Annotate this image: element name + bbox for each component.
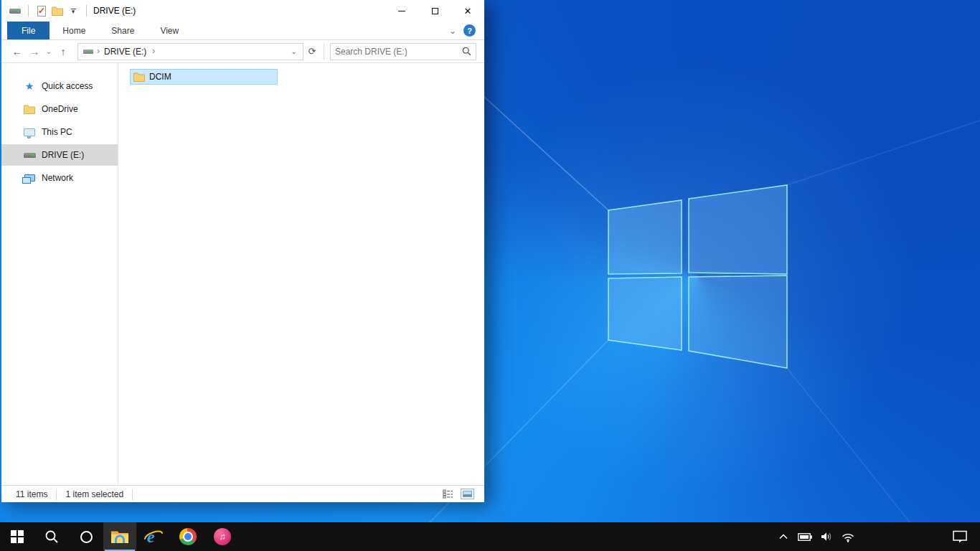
ribbon-right-controls: ⌄ ? [449,22,484,39]
chevron-up-icon [779,534,788,540]
file-item-name: DCIM [149,72,171,82]
system-tray [775,522,980,551]
qat-customize-button[interactable]: ▾ [65,3,81,19]
tab-share[interactable]: Share [98,22,147,39]
help-button[interactable]: ? [463,24,476,37]
breadcrumb-chevron-icon-2: › [152,46,155,56]
network-icon [23,174,36,182]
taskbar-search-button[interactable] [34,522,69,551]
sidebar-item-this-pc[interactable]: This PC [0,121,118,143]
title-bar: ▾ DRIVE (E:) ✕ [0,0,484,22]
hidden-icons-button[interactable] [775,522,792,551]
sidebar-item-label: Network [42,173,73,183]
tab-home[interactable]: Home [50,22,98,39]
sidebar-item-label: This PC [42,127,72,137]
qat-separator-2 [86,5,87,17]
sidebar-item-label: DRIVE (E:) [42,150,84,160]
internet-explorer-button[interactable]: e [136,522,171,551]
new-folder-icon [52,6,63,16]
taskbar: e ♫ [0,522,980,551]
items-count: 11 items [16,489,47,499]
drive-icon [23,153,36,158]
view-toggle-buttons [443,489,474,499]
ribbon-tab-row: File Home Share View ⌄ ? [0,22,484,40]
quick-access-star-icon: ★ [23,81,36,91]
sidebar-item-network[interactable]: Network [0,167,118,189]
cortana-button[interactable] [69,522,103,551]
navbar-separator [324,44,324,60]
up-button[interactable]: ↑ [55,46,72,57]
forward-button[interactable]: → [26,45,43,57]
internet-explorer-icon: e [143,527,164,546]
navigation-pane: ★ Quick access OneDrive This PC DRIVE (E… [0,64,118,485]
close-button[interactable]: ✕ [451,0,484,22]
minimize-icon [398,11,405,11]
volume-indicator[interactable] [818,522,835,551]
start-button[interactable] [0,522,34,551]
chrome-button[interactable] [171,522,205,551]
navigation-bar: ← → ⌄ ↑ › DRIVE (E:) › ⌄ ⟳ [0,40,484,63]
address-dropdown-button[interactable]: ⌄ [288,47,300,55]
recent-locations-button[interactable]: ⌄ [43,47,55,55]
search-icon [44,529,59,544]
this-pc-monitor-icon [23,128,36,136]
sidebar-item-onedrive[interactable]: OneDrive [0,98,118,120]
properties-check-icon [37,6,46,17]
file-explorer-icon [110,529,129,545]
caption-buttons: ✕ [385,0,484,22]
svg-text:e: e [147,527,155,546]
details-view-button[interactable] [443,489,453,499]
wifi-indicator[interactable] [839,522,857,551]
address-bar[interactable]: › DRIVE (E:) › ⌄ [77,43,303,60]
expand-ribbon-button[interactable]: ⌄ [449,26,456,36]
sidebar-item-quick-access[interactable]: ★ Quick access [0,75,118,97]
tab-file[interactable]: File [7,22,50,39]
cortana-circle-icon [80,531,93,543]
itunes-icon: ♫ [214,528,231,545]
search-icon[interactable] [462,47,471,56]
wifi-icon [841,532,855,542]
status-bar: 11 items 1 item selected [0,485,484,502]
folder-icon [133,72,145,82]
window-body: ★ Quick access OneDrive This PC DRIVE (E… [0,64,484,485]
tab-view[interactable]: View [147,22,192,39]
qat-separator [28,5,29,17]
taskbar-file-explorer-button[interactable] [103,522,136,551]
action-center-icon [953,530,967,543]
breadcrumb-drive-icon [83,50,93,54]
search-input[interactable] [335,47,462,57]
windows-logo-icon [11,530,24,543]
status-separator-2 [132,489,133,500]
file-item-dcim[interactable]: DCIM [130,69,278,85]
status-separator [56,489,57,500]
properties-quick-button[interactable] [34,3,50,19]
sidebar-item-label: Quick access [42,81,93,91]
sidebar-item-label: OneDrive [42,104,78,114]
refresh-button[interactable]: ⟳ [303,43,321,60]
onedrive-folder-icon [23,105,36,114]
minimize-button[interactable] [385,0,418,22]
back-button[interactable]: ← [9,45,26,57]
selection-count: 1 item selected [65,489,123,499]
window-left-edge [0,0,1,502]
sidebar-item-drive-e[interactable]: DRIVE (E:) [0,144,118,166]
chevron-down-icon: ▾ [71,9,76,14]
new-folder-quick-button[interactable] [50,3,65,19]
search-box [330,43,476,60]
itunes-button[interactable]: ♫ [205,522,240,551]
screen: ▾ DRIVE (E:) ✕ File Home Share View ⌄ ? … [0,0,980,551]
window-drive-icon [7,3,23,19]
close-icon: ✕ [464,6,472,16]
speaker-icon [821,532,833,542]
file-list-pane[interactable]: DCIM [118,64,484,485]
file-explorer-window: ▾ DRIVE (E:) ✕ File Home Share View ⌄ ? … [0,0,484,502]
thumbnails-view-button[interactable] [461,489,474,499]
action-center-button[interactable] [946,522,974,551]
breadcrumb-drive[interactable]: DRIVE (E:) [104,47,146,57]
window-title: DRIVE (E:) [93,6,136,16]
battery-icon [798,533,812,541]
maximize-button[interactable] [418,0,451,22]
battery-indicator[interactable] [796,522,814,551]
breadcrumb-chevron-icon: › [97,46,100,56]
thumbnail-icon [463,491,472,497]
